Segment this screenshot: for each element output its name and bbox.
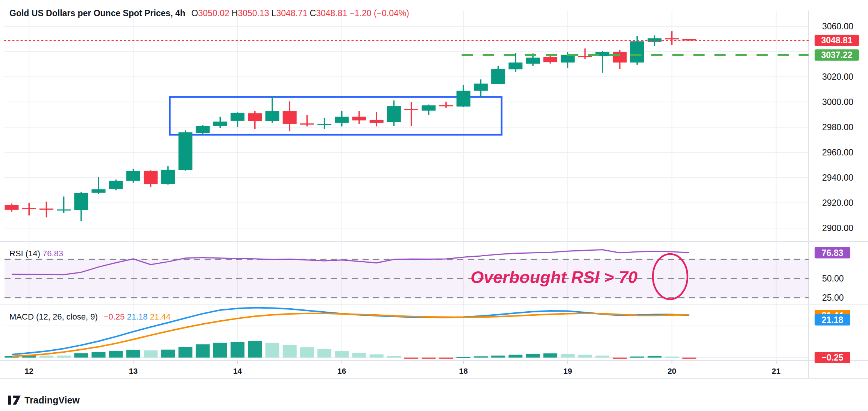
macd-signal-line bbox=[12, 314, 689, 356]
chart-canvas[interactable]: 1213141618192021Overbought RSI > 703060.… bbox=[0, 0, 868, 411]
candle-body bbox=[92, 189, 106, 193]
candle-body bbox=[630, 41, 644, 62]
macd-histogram-bar bbox=[248, 341, 262, 358]
macd-histogram-bar bbox=[613, 358, 627, 359]
axis-label: Overbought RSI > 70 bbox=[470, 268, 637, 287]
macd-histogram-bar bbox=[474, 356, 488, 358]
macd-histogram-bar bbox=[457, 357, 470, 358]
macd-histogram-bar bbox=[335, 351, 349, 358]
candle-body bbox=[508, 62, 522, 69]
macd-histogram-bar bbox=[404, 358, 418, 359]
macd-histogram-bar bbox=[213, 343, 227, 358]
chart-widget: 1213141618192021Overbought RSI > 703060.… bbox=[0, 0, 868, 411]
macd-histogram-bar bbox=[543, 353, 557, 358]
candle-body bbox=[179, 132, 193, 170]
macd-histogram-bar bbox=[179, 347, 193, 358]
candle-body bbox=[491, 69, 505, 84]
candle-body bbox=[370, 120, 384, 123]
candle-body bbox=[22, 208, 36, 209]
time-axis[interactable] bbox=[5, 361, 809, 378]
candle-body bbox=[613, 52, 627, 62]
macd-histogram-bar bbox=[161, 350, 175, 358]
macd-histogram-bar bbox=[439, 358, 453, 359]
macd-histogram-bar bbox=[196, 344, 210, 358]
candle-body bbox=[161, 170, 175, 184]
macd-histogram-bar bbox=[665, 356, 679, 358]
candle-body bbox=[266, 111, 279, 121]
candle-body bbox=[5, 205, 19, 210]
macd-histogram-bar bbox=[648, 356, 662, 358]
macd-histogram-bar bbox=[630, 356, 644, 358]
macd-histogram-bar bbox=[231, 342, 244, 358]
macd-histogram-bar bbox=[283, 345, 297, 358]
macd-histogram-bar bbox=[109, 351, 123, 358]
macd-histogram-bar bbox=[682, 358, 696, 359]
macd-histogram-bar bbox=[422, 358, 436, 359]
candle-body bbox=[561, 55, 575, 62]
candle-body bbox=[74, 193, 88, 210]
candle-body bbox=[109, 181, 123, 189]
candle-body bbox=[196, 126, 210, 133]
candle-body bbox=[387, 106, 401, 122]
macd-histogram-bar bbox=[74, 353, 88, 358]
macd-histogram-bar bbox=[526, 354, 540, 358]
macd-histogram-bar bbox=[561, 354, 575, 358]
macd-histogram-bar bbox=[352, 353, 366, 358]
candle-body bbox=[300, 123, 314, 125]
candle-body bbox=[126, 171, 140, 181]
tradingview-logo-text: TradingView bbox=[24, 395, 80, 406]
candle-body bbox=[422, 105, 436, 111]
candle-body bbox=[57, 209, 71, 210]
candle-body bbox=[474, 84, 488, 91]
candle-body bbox=[317, 124, 331, 125]
macd-histogram-bar bbox=[387, 356, 401, 358]
macd-histogram-bar bbox=[39, 356, 53, 358]
macd-histogram-bar bbox=[92, 352, 106, 358]
candle-body bbox=[578, 56, 592, 57]
candle-body bbox=[543, 57, 557, 62]
candle-body bbox=[144, 171, 158, 184]
consolidation-box[interactable] bbox=[170, 97, 501, 135]
candle-body bbox=[231, 113, 244, 121]
macd-histogram-bar bbox=[317, 349, 331, 358]
macd-histogram-bar bbox=[578, 355, 592, 358]
price-axis[interactable] bbox=[809, 11, 868, 361]
macd-histogram-bar bbox=[370, 355, 384, 358]
candle-body bbox=[404, 109, 418, 110]
macd-histogram-bar bbox=[508, 355, 522, 358]
macd-histogram-bar bbox=[300, 347, 314, 358]
macd-histogram-bar bbox=[126, 350, 140, 358]
tradingview-logo[interactable]: TradingView bbox=[8, 394, 80, 406]
candle-body bbox=[283, 111, 297, 124]
macd-histogram-bar bbox=[57, 356, 71, 358]
candle-body bbox=[39, 209, 53, 210]
candle-body bbox=[213, 122, 227, 126]
macd-histogram-bar bbox=[144, 350, 158, 358]
tradingview-logo-icon bbox=[8, 394, 21, 406]
candle-body bbox=[439, 105, 453, 106]
candle-body bbox=[457, 91, 470, 107]
candle-body bbox=[665, 38, 679, 39]
candle-body bbox=[248, 113, 262, 121]
macd-histogram-bar bbox=[266, 343, 279, 358]
macd-histogram-bar bbox=[595, 356, 609, 358]
candle-body bbox=[352, 117, 366, 120]
candle-body bbox=[335, 117, 349, 123]
candle-body bbox=[526, 58, 540, 64]
macd-histogram-bar bbox=[491, 356, 505, 358]
